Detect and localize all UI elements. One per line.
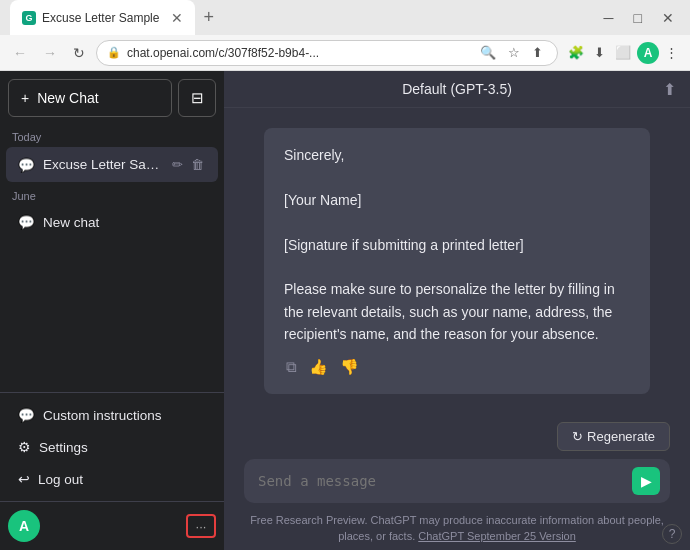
chat-header: Default (GPT-3.5) ⬆	[224, 71, 690, 108]
model-label: Default (GPT-3.5)	[402, 81, 512, 97]
copy-btn[interactable]: ⧉	[284, 356, 299, 378]
maximize-btn[interactable]: □	[628, 8, 648, 28]
logout-item[interactable]: ↩ Log out	[6, 463, 218, 495]
active-tab[interactable]: G Excuse Letter Sample ✕	[10, 0, 195, 35]
export-btn[interactable]: ⬆	[663, 80, 676, 99]
settings-icon: ⚙	[18, 439, 31, 455]
logout-icon: ↩	[18, 471, 30, 487]
user-more-btn[interactable]: ···	[186, 514, 216, 538]
delete-chat-btn[interactable]: 🗑	[189, 155, 206, 174]
minimize-btn[interactable]: ─	[598, 8, 620, 28]
sidebar-bottom: 💬 Custom instructions ⚙ Settings ↩ Log o…	[0, 392, 224, 501]
chat-item-new-label: New chat	[43, 215, 206, 230]
panel-toggle-btn[interactable]: ⊟	[178, 79, 216, 117]
sidebar: + New Chat ⊟ Today 💬 Excuse Letter Sampl…	[0, 71, 224, 550]
messages-area: Sincerely, [Your Name] [Signature if sub…	[224, 108, 690, 412]
app-container: + New Chat ⊟ Today 💬 Excuse Letter Sampl…	[0, 71, 690, 550]
tab-area: G Excuse Letter Sample ✕ +	[10, 0, 218, 35]
section-june: June	[0, 184, 224, 206]
message-input[interactable]	[258, 469, 628, 493]
send-btn[interactable]: ▶	[632, 467, 660, 495]
input-box: ▶	[244, 459, 670, 503]
new-chat-plus-icon: +	[21, 90, 29, 106]
message-text: Sincerely, [Your Name] [Signature if sub…	[284, 144, 630, 346]
address-bar: ← → ↻ 🔒 chat.openai.com/c/307f8f52-b9b4-…	[0, 35, 690, 71]
message-block: Sincerely, [Your Name] [Signature if sub…	[264, 128, 650, 394]
msg-your-name: [Your Name]	[284, 192, 361, 208]
disclaimer-link[interactable]: ChatGPT September 25 Version	[418, 530, 576, 542]
regenerate-btn[interactable]: ↻ Regenerate	[557, 422, 670, 451]
new-tab-button[interactable]: +	[199, 7, 218, 28]
account-avatar-btn[interactable]: A	[637, 42, 659, 64]
share-btn[interactable]: ⬆	[528, 43, 547, 62]
custom-instructions-label: Custom instructions	[43, 408, 162, 423]
refresh-button[interactable]: ↻	[68, 42, 90, 64]
chat-icon-2: 💬	[18, 214, 35, 230]
new-chat-label: New Chat	[37, 90, 98, 106]
disclaimer-text: Free Research Preview. ChatGPT may produ…	[224, 509, 690, 550]
title-bar: G Excuse Letter Sample ✕ + ─ □ ✕	[0, 0, 690, 35]
main-area: Default (GPT-3.5) ⬆ Sincerely, [Your Nam…	[224, 71, 690, 550]
logout-label: Log out	[38, 472, 83, 487]
chat-item-actions: ✏ 🗑	[170, 155, 206, 174]
chat-item-new[interactable]: 💬 New chat	[6, 206, 218, 238]
disclaimer-row: Free Research Preview. ChatGPT may produ…	[224, 509, 690, 550]
search-icon-btn[interactable]: 🔍	[476, 43, 500, 62]
split-view-btn[interactable]: ⬜	[611, 42, 635, 64]
browser-more-btn[interactable]: ⋮	[661, 42, 682, 64]
url-bar[interactable]: 🔒 chat.openai.com/c/307f8f52-b9b4-... 🔍 …	[96, 40, 558, 66]
url-actions: 🔍 ☆ ⬆	[476, 43, 547, 62]
edit-chat-btn[interactable]: ✏	[170, 155, 185, 174]
chat-icon: 💬	[18, 157, 35, 173]
regenerate-row: ↻ Regenerate	[244, 422, 670, 451]
thumbs-down-btn[interactable]: 👎	[338, 356, 361, 378]
custom-instructions-item[interactable]: 💬 Custom instructions	[6, 399, 218, 431]
browser-actions: 🧩 ⬇ ⬜ A ⋮	[564, 42, 682, 64]
help-btn[interactable]: ?	[662, 524, 682, 544]
message-actions: ⧉ 👍 👎	[284, 356, 630, 378]
url-text: chat.openai.com/c/307f8f52-b9b4-...	[127, 46, 470, 60]
new-chat-button[interactable]: + New Chat	[8, 79, 172, 117]
close-btn[interactable]: ✕	[656, 8, 680, 28]
input-area: ↻ Regenerate ▶	[224, 412, 690, 509]
user-avatar[interactable]: A	[8, 510, 40, 542]
window-controls: ─ □ ✕	[598, 8, 680, 28]
custom-instructions-icon: 💬	[18, 407, 35, 423]
chat-item-label: Excuse Letter Sample	[43, 157, 162, 172]
msg-signature: [Signature if submitting a printed lette…	[284, 237, 524, 253]
download-btn[interactable]: ⬇	[590, 42, 609, 64]
bookmark-btn[interactable]: ☆	[504, 43, 524, 62]
tab-title: Excuse Letter Sample	[42, 11, 159, 25]
tab-favicon: G	[22, 11, 36, 25]
settings-item[interactable]: ⚙ Settings	[6, 431, 218, 463]
settings-label: Settings	[39, 440, 88, 455]
thumbs-up-btn[interactable]: 👍	[307, 356, 330, 378]
forward-button[interactable]: →	[38, 42, 62, 64]
extensions-btn[interactable]: 🧩	[564, 42, 588, 64]
section-today: Today	[0, 125, 224, 147]
msg-personalize: Please make sure to personalize the lett…	[284, 281, 615, 342]
msg-sincerely: Sincerely,	[284, 147, 344, 163]
tab-close-btn[interactable]: ✕	[171, 10, 183, 26]
chat-item-excuse-letter[interactable]: 💬 Excuse Letter Sample ✏ 🗑	[6, 147, 218, 182]
sidebar-user-row: A ···	[0, 501, 224, 550]
back-button[interactable]: ←	[8, 42, 32, 64]
sidebar-top: + New Chat ⊟	[0, 71, 224, 125]
lock-icon: 🔒	[107, 46, 121, 59]
